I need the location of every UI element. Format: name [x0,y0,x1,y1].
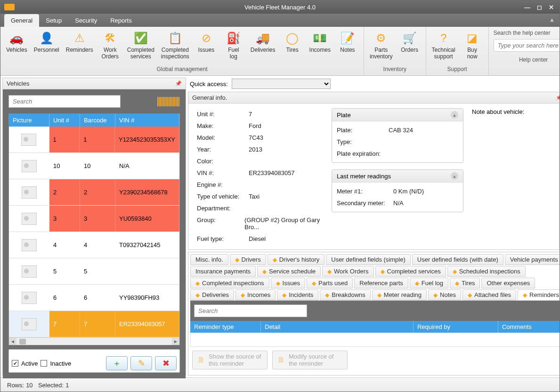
tab-user-defined-fields-with-date-[interactable]: User defined fields (with date) [412,254,503,265]
tab-reports[interactable]: Reports [104,14,138,27]
ribbon-parts-inventory[interactable]: ⚙Partsinventory [367,29,396,62]
show-source-button[interactable]: 🗎Show the source of this reminder [192,351,268,369]
col-vin[interactable]: VIN # [115,114,179,127]
personnel-icon: 👤 [39,31,54,46]
cell-vin: N/A [115,153,179,179]
col-required-by[interactable]: Required by [414,321,498,333]
maximize-button[interactable]: ◻ [537,4,542,11]
cell-vin: YU0593840 [115,206,179,232]
tab-scheduled-inspections[interactable]: ◆Scheduled inspections [447,266,526,277]
tab-incidents[interactable]: ◆Incidents [277,289,318,300]
vehicles-grid: Picture Unit # Barcode VIN # 11Y12345230… [8,113,180,345]
ribbon-personnel[interactable]: 👤Personnel [31,29,62,55]
tab-setup[interactable]: Setup [39,14,68,27]
delete-button[interactable]: ✖ [155,356,177,370]
table-row[interactable]: 44T09327042145 [9,232,179,258]
tab-reminders[interactable]: ◆Reminders [518,289,560,300]
ribbon-incomes[interactable]: 💵Incomes [307,29,333,55]
ribbon-orders[interactable]: 🛒Orders [397,29,423,55]
tab-misc-info-[interactable]: Misc. info. [190,254,228,265]
tab-tires[interactable]: ◆Tires [450,278,480,288]
pin-icon[interactable]: 📌 [175,80,182,87]
tab-fuel-log[interactable]: ◆Fuel log [410,278,448,288]
tab-completed-inspections[interactable]: ◆Completed inspections [190,278,269,288]
add-button[interactable]: ＋ [106,356,128,370]
minimize-button[interactable]: — [524,4,530,11]
table-row[interactable]: 33YU0593840 [9,206,179,232]
table-row[interactable]: 11Y1234523035353XY [9,127,179,153]
ribbon-group-label: Inventory [364,64,426,75]
active-checkbox[interactable]: ✔ [12,360,18,367]
table-row[interactable]: 77ER23394083057 [9,311,179,337]
tab-service-schedule[interactable]: ◆Service schedule [257,266,321,277]
quick-access-select[interactable] [232,79,331,89]
tab-completed-services[interactable]: ◆Completed services [375,266,446,277]
ribbon-reminders[interactable]: ⚠Reminders [63,29,96,55]
meter-box: Last meter readings▲ Meter #1:0 Km (N/D)… [332,169,463,212]
tab-attached-files[interactable]: ◆Attached files [463,289,516,300]
edit-button[interactable]: ✎ [130,356,152,370]
modify-source-button[interactable]: 🗎Modify source of the reminder [272,351,348,369]
col-detail[interactable]: Detail [261,321,414,333]
collapse-icon[interactable]: ▲ [451,172,458,180]
tab-label: Scheduled inspections [459,268,520,275]
ribbon-tires[interactable]: ◯Tires [279,29,306,55]
tab-incomes[interactable]: ◆Incomes [235,289,276,300]
issues-icon: ⊘ [199,31,214,46]
col-barcode[interactable]: Barcode [80,114,115,127]
ribbon-vehicles[interactable]: 🚗Vehicles [3,29,30,55]
table-row[interactable]: 1010N/A [9,153,179,179]
ribbon-issues[interactable]: ⊘Issues [193,29,219,55]
tab-work-orders[interactable]: ◆Work Orders [322,266,373,277]
ribbon-deliveries[interactable]: 🚚Deliveries [248,29,278,55]
table-row[interactable]: 66YY98390FH93 [9,285,179,311]
tab-notes[interactable]: ◆Notes [428,289,461,300]
ribbon-collapse-icon[interactable]: ▲ [549,16,555,23]
tab-reference-parts[interactable]: Reference parts [354,278,408,288]
ribbon-technical-support[interactable]: ?Technicalsupport [429,29,458,62]
ribbon-notes[interactable]: 📝Notes [334,29,361,55]
ribbon-buy-now[interactable]: ◪Buynow [459,29,486,62]
table-row[interactable]: 55 [9,258,179,285]
ribbon-completed-inspections[interactable]: 📋Completedinspections [158,29,192,62]
tab-vehicle-payments[interactable]: Vehicle payments [505,254,560,265]
tab-label: Incidents [289,291,313,298]
tab-deliveries[interactable]: ◆Deliveries [190,289,234,300]
ribbon-item-label: Reminders [66,47,93,53]
tab-security[interactable]: Security [68,14,104,27]
help-search-input[interactable] [494,39,560,52]
tab-issues[interactable]: ◆Issues [271,278,306,288]
tab-parts-used[interactable]: ◆Parts used [307,278,353,288]
tab-drivers[interactable]: ◆Drivers [230,254,266,265]
table-row[interactable]: 22Y2390234568678 [9,179,179,206]
tab-label: Fuel log [422,280,443,287]
barcode-icon[interactable] [157,97,180,106]
tab-label: Completed inspections [202,280,264,287]
col-picture[interactable]: Picture [9,114,49,127]
collapse-icon[interactable]: ▲ [451,111,458,119]
inactive-checkbox[interactable] [41,360,47,367]
horizontal-scrollbar[interactable]: ◄► [9,337,179,345]
col-comments[interactable]: Comments [498,321,560,333]
cell-barcode: 2 [80,179,115,205]
col-reminder-type[interactable]: Reminder type [190,321,261,333]
cell-vin: Y2390234568678 [115,179,179,205]
tab-other-expenses[interactable]: Other expenses [481,278,535,288]
pin-icon[interactable]: 📌 [556,95,560,101]
tab-breakdowns[interactable]: ◆Breakdowns [320,289,371,300]
ribbon-work-orders[interactable]: 🛠WorkOrders [97,29,123,62]
ribbon-completed-services[interactable]: ✅Completedservices [124,29,157,62]
completed-services-icon: ✅ [133,31,148,46]
tab-insurance-payments[interactable]: Insurance payments [190,266,256,277]
tab-meter-reading[interactable]: ◆Meter reading [372,289,427,300]
tab-label: Incomes [247,291,270,298]
tab-driver-s-history[interactable]: ◆Driver's history [268,254,325,265]
close-button[interactable]: ✕ [549,4,554,11]
col-unit[interactable]: Unit # [49,114,80,127]
tab-user-defined-fields-simple-[interactable]: User defined fields (simple) [326,254,411,265]
value: Taxi [249,193,260,200]
tab-general[interactable]: General [4,14,39,27]
reminders-search-input[interactable] [194,304,307,317]
ribbon-fuel-log[interactable]: ⛽Fuellog [220,29,247,62]
vehicles-search-input[interactable] [8,95,121,108]
